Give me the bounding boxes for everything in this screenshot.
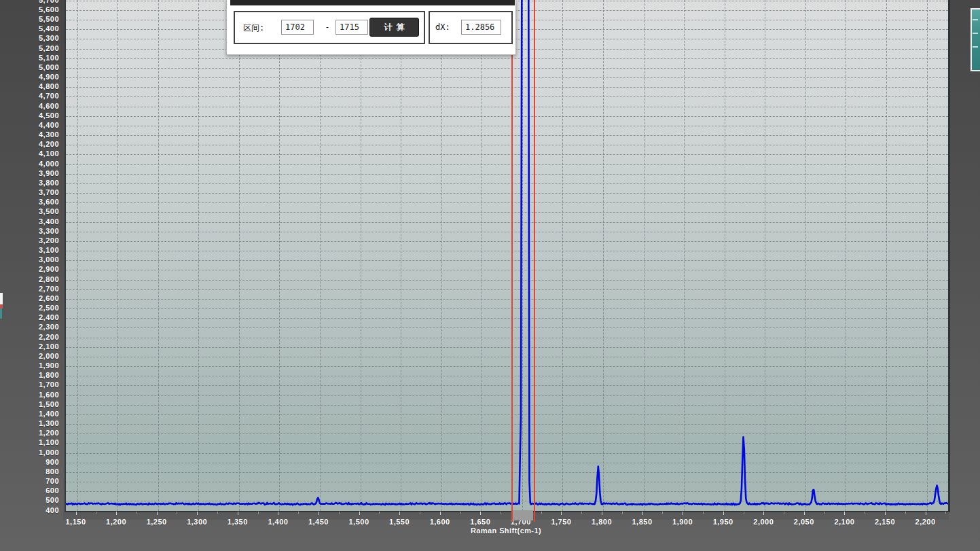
background-window-fragment[interactable] bbox=[970, 8, 980, 71]
dx-label: dX: bbox=[435, 22, 450, 32]
x-minor-tick bbox=[96, 512, 96, 514]
x-major-tick bbox=[197, 512, 198, 515]
x-major-tick bbox=[804, 512, 805, 515]
y-tick-label: 5,600 bbox=[0, 5, 59, 14]
range-from-input[interactable] bbox=[281, 20, 314, 35]
region-cursor-left[interactable] bbox=[511, 0, 513, 522]
x-major-tick bbox=[480, 512, 481, 515]
measure-dialog[interactable]: 区间: - 计算 dX: bbox=[226, 0, 516, 55]
x-major-tick bbox=[926, 512, 926, 515]
x-tick-label: 1,950 bbox=[703, 518, 744, 526]
interval-label: 区间: bbox=[243, 22, 264, 34]
x-tick-label: 2,000 bbox=[743, 518, 784, 526]
y-tick-label: 1,200 bbox=[0, 429, 59, 437]
y-tick-label: 2,700 bbox=[0, 285, 59, 293]
y-tick-label: 5,100 bbox=[0, 54, 59, 62]
y-tick-label: 2,800 bbox=[0, 275, 59, 283]
x-tick-label: 1,300 bbox=[177, 518, 217, 526]
y-tick-label: 700 bbox=[0, 477, 59, 485]
x-tick-label: 1,550 bbox=[379, 518, 420, 526]
y-tick-label: 4,200 bbox=[0, 140, 59, 148]
y-tick-label: 800 bbox=[0, 467, 59, 476]
dx-groupbox: dX: bbox=[429, 11, 513, 44]
x-minor-tick bbox=[339, 512, 340, 514]
y-tick-label: 5,200 bbox=[0, 44, 59, 52]
app-window: { "dialog": { "interval_label": "区间:", "… bbox=[0, 0, 980, 551]
y-tick-label: 4,400 bbox=[0, 121, 59, 129]
y-tick-label: 1,800 bbox=[0, 371, 59, 379]
x-major-tick bbox=[642, 512, 643, 515]
y-tick-label: 5,700 bbox=[0, 0, 59, 4]
spectrum-plot-area[interactable] bbox=[65, 0, 950, 512]
y-tick-label: 4,300 bbox=[0, 130, 59, 139]
y-tick-label: 3,000 bbox=[0, 255, 59, 264]
region-selection-marker bbox=[513, 510, 533, 520]
x-major-tick bbox=[116, 512, 117, 515]
x-tick-label: 1,200 bbox=[96, 518, 137, 526]
x-minor-tick bbox=[298, 512, 299, 514]
dialog-titlebar[interactable] bbox=[230, 0, 515, 5]
x-tick-label: 1,350 bbox=[217, 518, 258, 526]
x-minor-tick bbox=[420, 512, 420, 514]
dx-result-input[interactable] bbox=[461, 20, 501, 35]
y-tick-label: 900 bbox=[0, 458, 59, 466]
spectrum-line bbox=[66, 0, 948, 511]
y-tick-label: 1,100 bbox=[0, 438, 59, 446]
x-minor-tick bbox=[541, 512, 542, 514]
y-tick-label: 3,900 bbox=[0, 169, 59, 177]
x-minor-tick bbox=[662, 512, 663, 514]
y-tick-label: 3,800 bbox=[0, 179, 59, 187]
x-major-tick bbox=[278, 512, 278, 515]
y-tick-label: 4,700 bbox=[0, 92, 59, 100]
x-major-tick bbox=[76, 512, 77, 515]
y-tick-label: 1,000 bbox=[0, 448, 59, 457]
y-tick-label: 2,000 bbox=[0, 352, 59, 360]
x-tick-label: 1,900 bbox=[662, 518, 703, 526]
x-minor-tick bbox=[460, 512, 461, 514]
y-tick-label: 2,400 bbox=[0, 313, 59, 321]
y-tick-label: 3,200 bbox=[0, 236, 59, 245]
y-tick-label: 600 bbox=[0, 486, 59, 495]
x-major-tick bbox=[359, 512, 360, 515]
y-tick-label: 4,800 bbox=[0, 82, 59, 90]
x-major-tick bbox=[561, 512, 562, 515]
y-tick-label: 3,500 bbox=[0, 207, 59, 215]
calculate-button[interactable]: 计算 bbox=[369, 18, 419, 37]
y-tick-label: 1,700 bbox=[0, 380, 59, 389]
x-major-tick bbox=[885, 512, 886, 515]
x-major-tick bbox=[319, 512, 319, 515]
x-minor-tick bbox=[945, 512, 946, 514]
y-tick-label: 4,100 bbox=[0, 149, 59, 158]
x-major-tick bbox=[157, 512, 158, 515]
x-minor-tick bbox=[137, 512, 137, 514]
x-minor-tick bbox=[784, 512, 784, 514]
range-to-input[interactable] bbox=[335, 20, 368, 35]
x-major-tick bbox=[440, 512, 441, 515]
edge-window-fragment bbox=[0, 293, 3, 304]
x-tick-label: 2,150 bbox=[865, 518, 905, 526]
x-minor-tick bbox=[865, 512, 865, 514]
y-tick-label: 5,500 bbox=[0, 15, 59, 23]
x-tick-label: 2,050 bbox=[784, 518, 824, 526]
y-tick-label: 1,500 bbox=[0, 400, 59, 408]
x-minor-tick bbox=[905, 512, 906, 514]
x-minor-tick bbox=[501, 512, 501, 514]
edge-window-fragment bbox=[0, 308, 2, 319]
y-tick-label: 2,300 bbox=[0, 323, 59, 331]
x-minor-tick bbox=[744, 512, 744, 514]
x-tick-label: 1,600 bbox=[420, 518, 460, 526]
y-tick-label: 3,100 bbox=[0, 246, 59, 254]
range-dash: - bbox=[326, 22, 329, 32]
y-tick-label: 4,000 bbox=[0, 160, 59, 168]
x-minor-tick bbox=[581, 512, 582, 514]
x-minor-tick bbox=[217, 512, 218, 514]
y-tick-label: 2,100 bbox=[0, 342, 59, 351]
x-minor-tick bbox=[703, 512, 704, 514]
x-major-tick bbox=[723, 512, 724, 515]
y-tick-label: 1,900 bbox=[0, 361, 59, 370]
y-tick-label: 1,400 bbox=[0, 410, 59, 418]
x-tick-label: 1,150 bbox=[56, 518, 96, 526]
region-cursor-right[interactable] bbox=[534, 0, 535, 522]
y-tick-label: 1,600 bbox=[0, 391, 59, 399]
x-minor-tick bbox=[177, 512, 177, 514]
